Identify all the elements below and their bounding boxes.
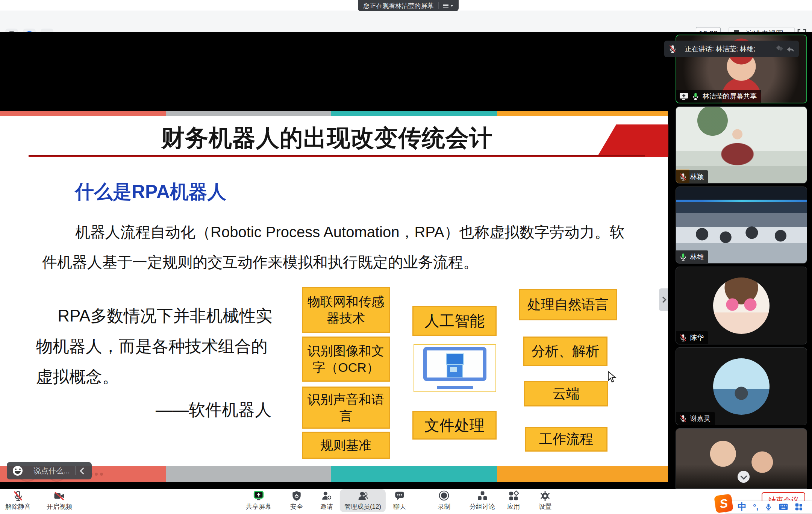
participant-nameplate: 谢嘉灵 [676,412,715,425]
settings-label: 设置 [539,502,551,511]
slide-box-workflow: 工作流程 [525,427,607,452]
slide-box-cloud: 云端 [524,381,608,406]
avatar [713,358,770,415]
divider [28,466,28,475]
participant-name: 林雄 [690,252,704,261]
start-video-button[interactable]: 开启视频 [47,490,72,511]
slide-box-iot: 物联网和传感器技术 [302,287,390,333]
participant-name: 林颖 [690,172,704,181]
mic-on-icon [691,92,700,100]
invite-label: 邀请 [320,502,333,511]
slide-box-files: 文件处理 [412,411,497,440]
record-button[interactable]: 录制 [438,490,450,511]
slide-box-rules: 规则基准 [302,432,390,459]
meeting-window: 您正在观看林洁莹的屏幕 16:20 演讲者视图 [0,0,812,514]
security-button[interactable]: 安全 [290,490,303,511]
chevron-down-icon [740,473,747,479]
monitor-graphic [423,347,486,381]
bottom-toolbar: 解除静音 开启视频 共享屏幕 安全 邀请 管理成员(12) 聊天 [0,489,812,514]
slide-box-speech: 识别声音和语言 [302,387,390,429]
security-shield-icon [291,490,302,502]
participant-tile[interactable]: 林颖 [676,106,807,183]
chevron-right-icon [660,297,666,303]
share-screen-label: 共享屏幕 [246,502,271,511]
camera-off-icon [53,490,65,502]
quick-chat-pill[interactable]: 说点什么... [7,462,92,479]
mic-on-icon [679,253,687,261]
muted-mic-icon [679,414,687,423]
ime-toolbar: 中 °, [725,501,812,513]
participant-tile[interactable]: 陈华 [676,267,807,344]
ime-language-toggle[interactable]: 中 [738,501,747,513]
active-speaker-bar: 正在讲话: 林洁莹; 林雄; [664,41,799,57]
manage-members-label: 管理成员(12) [344,502,381,511]
sidebar-collapse-handle[interactable] [659,288,668,311]
ime-voice-icon[interactable] [765,503,772,511]
slide-top-band [0,111,668,116]
chat-input-placeholder[interactable]: 说点什么... [33,466,70,476]
ime-toolbox-icon[interactable] [795,503,803,511]
title-underline [29,155,645,157]
members-icon [357,490,368,502]
slide-side-note-attribution: ——软件机器人 [36,399,273,421]
start-video-label: 开启视频 [47,502,72,511]
participant-nameplate: 林洁莹的屏幕共享 [676,90,761,103]
gear-icon [539,490,551,502]
slide-title: 财务机器人的出现改变传统会计 [60,122,594,154]
unmute-button[interactable]: 解除静音 [5,490,31,511]
apps-label: 应用 [507,502,520,511]
screenshare-icon [679,92,688,100]
slide-box-ai: 人工智能 [412,306,497,336]
muted-mic-icon [679,334,687,342]
security-label: 安全 [290,502,303,511]
share-screen-button[interactable]: 共享屏幕 [246,490,271,511]
participant-nameplate: 陈华 [676,331,708,344]
slide-paragraph: 机器人流程自动化（Robotic Process Automation，RPA）… [42,217,636,277]
ime-punctuation-toggle[interactable]: °, [753,502,758,511]
participant-tile[interactable]: 林雄 [676,186,807,264]
mouse-cursor [607,371,617,384]
slide-section-heading: 什么是RPA机器人 [75,179,226,205]
divider [75,466,76,475]
record-label: 录制 [438,502,450,511]
ime-keyboard-icon[interactable] [779,503,788,511]
slide-bottom-band [0,466,668,482]
sogou-ime-logo[interactable]: S [714,494,733,513]
robot-computer-image [414,344,496,392]
slide-box-nlp: 处理自然语言 [519,289,617,320]
slide-side-note: RPA多数情况下并非机械性实物机器人，而是各种技术组合的虚拟概念。 [36,300,273,392]
participant-tile[interactable]: 谢嘉灵 [676,347,807,425]
manage-members-button[interactable]: 管理成员(12) [340,489,386,512]
apps-grid-icon [508,490,519,502]
slide-box-analysis: 分析、解析 [523,337,607,366]
watching-banner-text: 您正在观看林洁莹的屏幕 [364,2,434,10]
muted-mic-icon [668,44,677,53]
breakout-squares-icon [477,490,488,502]
record-icon [438,490,450,502]
participant-nameplate: 林雄 [676,250,708,263]
slide-box-ocr: 识别图像和文字（OCR） [302,337,390,382]
apps-button[interactable]: 应用 [507,490,520,511]
divider [681,44,681,53]
banner-menu-icon[interactable] [438,2,453,9]
chat-button[interactable]: 聊天 [393,490,406,511]
collapse-left-icon[interactable] [80,467,86,474]
invite-button[interactable]: 邀请 [320,490,333,511]
invite-person-icon [321,490,332,502]
breakout-rooms-label: 分组讨论 [470,502,495,511]
active-speaker-label: 正在讲话: 林洁莹; 林雄; [685,44,755,53]
emoji-icon[interactable] [13,466,23,476]
unmute-label: 解除静音 [5,502,31,511]
chat-label: 聊天 [393,502,406,511]
avatar [713,277,770,334]
muted-mic-icon [679,173,687,181]
share-screen-icon [253,490,264,502]
breakout-rooms-button[interactable]: 分组讨论 [470,490,495,511]
participant-name: 林洁莹的屏幕共享 [703,92,757,101]
muted-mic-icon [12,490,24,502]
settings-button[interactable]: 设置 [539,490,551,511]
chat-bubble-icon [394,490,405,502]
scroll-more-participants-button[interactable] [738,471,750,483]
participant-name: 陈华 [690,333,704,342]
watching-banner: 您正在观看林洁莹的屏幕 [358,0,459,11]
